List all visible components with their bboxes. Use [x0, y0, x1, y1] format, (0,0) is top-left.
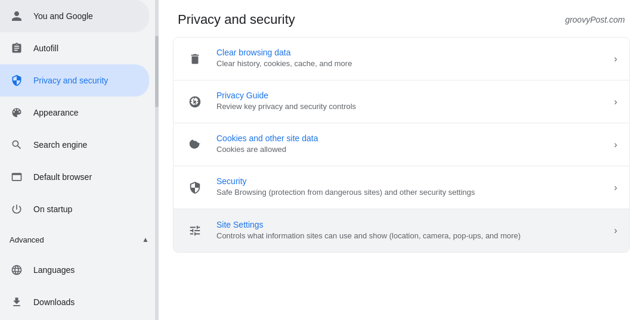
chevron-right-icon-2: › — [614, 97, 617, 107]
main-content: Privacy and security groovyPost.com Clea… — [159, 0, 644, 320]
sidebar-item-appearance[interactable]: Appearance — [0, 97, 149, 129]
settings-item-security[interactable]: Security Safe Browsing (protection from … — [174, 166, 629, 209]
chevron-right-icon-4: › — [614, 182, 617, 193]
power-icon — [10, 202, 24, 216]
palette-icon — [10, 105, 24, 120]
sidebar-item-label-you-and-google: You and Google — [33, 11, 93, 21]
sidebar-item-label-privacy: Privacy and security — [33, 76, 108, 85]
sidebar-item-languages[interactable]: Languages — [0, 254, 149, 286]
advanced-section-header[interactable]: Advanced ▲ — [0, 225, 159, 254]
clear-browsing-content: Clear browsing data Clear history, cooki… — [216, 48, 614, 69]
chevron-up-icon: ▲ — [142, 235, 149, 244]
privacy-guide-content: Privacy Guide Review key privacy and sec… — [216, 91, 614, 112]
sidebar-item-privacy-and-security[interactable]: Privacy and security — [0, 64, 149, 97]
cookies-title: Cookies and other site data — [216, 133, 614, 143]
sidebar-item-downloads[interactable]: Downloads — [0, 286, 149, 318]
site-settings-content: Site Settings Controls what information … — [216, 220, 614, 241]
cookie-icon — [185, 135, 205, 154]
chevron-right-icon-3: › — [614, 139, 617, 150]
clear-browsing-subtitle: Clear history, cookies, cache, and more — [216, 58, 614, 69]
settings-item-clear-browsing-data[interactable]: Clear browsing data Clear history, cooki… — [174, 38, 629, 80]
clear-browsing-title: Clear browsing data — [216, 48, 614, 57]
sidebar-item-label-appearance: Appearance — [33, 108, 79, 117]
sidebar-item-label-languages: Languages — [33, 265, 75, 275]
sidebar-item-default-browser[interactable]: Default browser — [0, 161, 149, 193]
security-title: Security — [216, 176, 614, 186]
search-icon — [10, 138, 24, 152]
scrollbar-thumb — [155, 36, 159, 107]
sliders-icon — [185, 221, 205, 240]
privacy-guide-title: Privacy Guide — [216, 91, 614, 100]
sidebar-item-label-startup: On startup — [33, 204, 72, 214]
settings-item-cookies[interactable]: Cookies and other site data Cookies are … — [174, 123, 629, 166]
sidebar: You and Google Autofill Privacy and secu… — [0, 0, 159, 320]
settings-list: Clear browsing data Clear history, cooki… — [173, 37, 630, 253]
delete-icon — [185, 49, 205, 69]
cookies-subtitle: Cookies are allowed — [216, 144, 614, 155]
compass-icon — [185, 92, 205, 111]
security-subtitle: Safe Browsing (protection from dangerous… — [216, 187, 614, 198]
site-settings-subtitle: Controls what information sites can use … — [216, 231, 614, 241]
sidebar-item-label-downloads: Downloads — [33, 297, 75, 307]
globe-icon — [10, 263, 24, 277]
person-icon — [10, 9, 24, 23]
page-title: Privacy and security — [178, 12, 295, 27]
advanced-label: Advanced — [10, 235, 142, 244]
sidebar-item-on-startup[interactable]: On startup — [0, 193, 149, 225]
sidebar-item-you-and-google[interactable]: You and Google — [0, 0, 149, 32]
security-icon — [185, 178, 205, 197]
shield-icon — [10, 73, 24, 88]
sidebar-item-label-search: Search engine — [33, 140, 87, 150]
sidebar-item-autofill[interactable]: Autofill — [0, 32, 149, 64]
browser-icon — [10, 170, 24, 184]
assignment-icon — [10, 41, 24, 55]
chevron-right-icon-1: › — [614, 54, 617, 64]
main-header: Privacy and security groovyPost.com — [159, 0, 644, 37]
sidebar-item-label-autofill: Autofill — [33, 44, 58, 53]
site-settings-title: Site Settings — [216, 220, 614, 229]
download-icon — [10, 295, 24, 309]
cookies-content: Cookies and other site data Cookies are … — [216, 133, 614, 155]
security-content: Security Safe Browsing (protection from … — [216, 176, 614, 198]
sidebar-item-label-default-browser: Default browser — [33, 172, 92, 182]
privacy-guide-subtitle: Review key privacy and security controls — [216, 101, 614, 112]
sidebar-scrollbar[interactable] — [155, 0, 159, 320]
settings-item-site-settings[interactable]: Site Settings Controls what information … — [174, 209, 629, 252]
sidebar-item-search-engine[interactable]: Search engine — [0, 129, 149, 161]
settings-item-privacy-guide[interactable]: Privacy Guide Review key privacy and sec… — [174, 80, 629, 123]
chevron-right-icon-5: › — [614, 225, 617, 236]
watermark-text: groovyPost.com — [565, 15, 625, 24]
